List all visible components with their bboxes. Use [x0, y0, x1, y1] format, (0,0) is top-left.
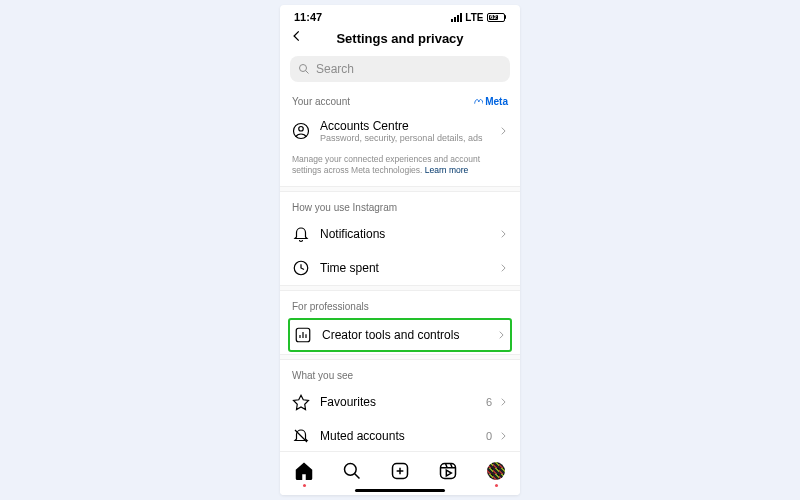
meta-icon [473, 97, 483, 107]
row-time-spent[interactable]: Time spent [280, 251, 520, 285]
chevron-right-icon [496, 330, 506, 340]
reels-icon [438, 461, 458, 481]
chevron-right-icon [498, 263, 508, 273]
chevron-right-icon [498, 229, 508, 239]
bell-icon [292, 225, 310, 243]
settings-scroll[interactable]: Your account Meta Accounts Centre Passwo… [280, 90, 520, 451]
page-header: Settings and privacy [280, 27, 520, 54]
page-title: Settings and privacy [336, 31, 463, 46]
accounts-centre-footnote: Manage your connected experiences and ac… [280, 152, 520, 186]
search-placeholder: Search [316, 62, 354, 76]
status-bar: 11:47 LTE 62 [280, 5, 520, 27]
section-your-account: Your account Meta [280, 90, 520, 111]
notification-dot [303, 484, 306, 487]
search-input[interactable]: Search [290, 56, 510, 82]
clock-icon [292, 259, 310, 277]
favourites-label: Favourites [320, 395, 476, 409]
tab-new-post[interactable] [389, 460, 411, 482]
chevron-right-icon [498, 397, 508, 407]
network-label: LTE [465, 12, 483, 23]
accounts-centre-sub: Password, security, personal details, ad… [320, 133, 488, 144]
muted-count: 0 [486, 430, 492, 442]
section-how-you-use: How you use Instagram [280, 192, 520, 217]
accounts-centre-label: Accounts Centre [320, 119, 488, 133]
learn-more-link[interactable]: Learn more [425, 165, 468, 175]
row-notifications[interactable]: Notifications [280, 217, 520, 251]
person-circle-icon [292, 122, 310, 140]
tab-reels[interactable] [437, 460, 459, 482]
tab-home[interactable] [293, 460, 315, 482]
svg-marker-20 [446, 470, 451, 476]
notifications-label: Notifications [320, 227, 488, 241]
row-muted-accounts[interactable]: Muted accounts 0 [280, 419, 520, 451]
star-icon [292, 393, 310, 411]
svg-line-12 [355, 473, 360, 478]
status-time: 11:47 [294, 11, 322, 23]
row-favourites[interactable]: Favourites 6 [280, 385, 520, 419]
bell-off-icon [292, 427, 310, 445]
back-button[interactable] [290, 29, 304, 47]
chevron-right-icon [498, 431, 508, 441]
phone-frame: 11:47 LTE 62 Settings and privacy Search… [280, 5, 520, 495]
signal-icon [451, 13, 462, 22]
section-what-you-see: What you see [280, 360, 520, 385]
tab-profile[interactable] [485, 460, 507, 482]
plus-square-icon [390, 461, 410, 481]
section-for-professionals: For professionals [280, 291, 520, 316]
svg-point-3 [299, 127, 304, 132]
chevron-left-icon [290, 29, 304, 43]
svg-point-11 [345, 463, 357, 475]
home-icon [294, 461, 314, 481]
highlight-creator-tools: Creator tools and controls [288, 318, 512, 352]
notification-dot [495, 484, 498, 487]
row-accounts-centre[interactable]: Accounts Centre Password, security, pers… [280, 111, 520, 152]
home-indicator [355, 489, 445, 492]
chevron-right-icon [498, 126, 508, 136]
battery-icon: 62 [487, 13, 507, 22]
search-icon [342, 461, 362, 481]
svg-point-0 [300, 65, 307, 72]
time-spent-label: Time spent [320, 261, 488, 275]
search-icon [298, 63, 310, 75]
creator-tools-label: Creator tools and controls [322, 328, 486, 342]
tab-search[interactable] [341, 460, 363, 482]
chart-bar-icon [294, 326, 312, 344]
row-creator-tools[interactable]: Creator tools and controls [292, 326, 506, 344]
avatar [487, 462, 505, 480]
svg-line-1 [306, 71, 309, 74]
favourites-count: 6 [486, 396, 492, 408]
svg-marker-9 [294, 395, 309, 409]
meta-brand: Meta [473, 96, 508, 107]
muted-label: Muted accounts [320, 429, 476, 443]
